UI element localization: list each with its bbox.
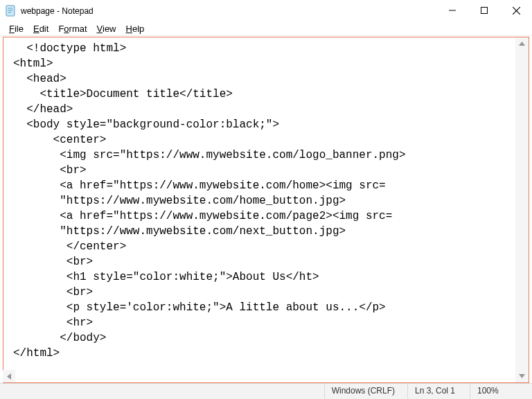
minimize-button[interactable] [436,0,468,21]
scroll-left-arrow-icon[interactable] [3,370,15,382]
menu-format[interactable]: Format [53,24,91,34]
status-cursor-position: Ln 3, Col 1 [407,384,470,399]
status-bar: Windows (CRLF) Ln 3, Col 1 100% [0,383,532,399]
menu-bar: File Edit Format View Help [0,21,532,36]
svg-rect-5 [481,8,488,14]
scroll-up-arrow-icon[interactable] [515,37,529,50]
status-zoom: 100% [470,384,532,399]
status-encoding: Windows (CRLF) [324,384,407,399]
window-title: webpage - Notepad [21,6,94,16]
vertical-scrollbar[interactable] [515,37,529,382]
close-button[interactable] [500,0,532,21]
menu-view[interactable]: View [92,24,121,34]
menu-file[interactable]: File [4,24,28,34]
menu-edit[interactable]: Edit [28,24,53,34]
scroll-down-arrow-icon[interactable] [515,370,529,382]
notepad-app-icon [4,5,17,17]
menu-help[interactable]: Help [121,24,150,34]
text-editor[interactable]: <!doctype html> <html> <head> <title>Doc… [3,37,515,382]
maximize-button[interactable] [468,0,500,21]
